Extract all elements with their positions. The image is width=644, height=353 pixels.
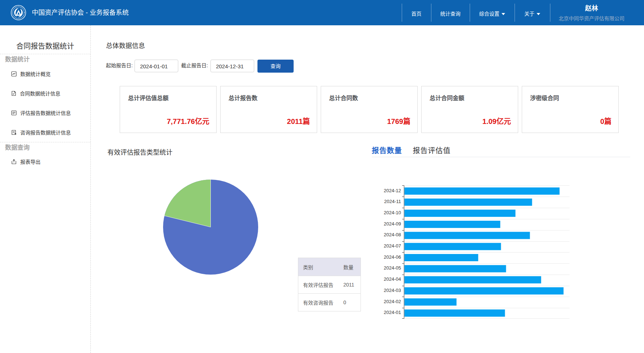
svg-text:2024-10: 2024-10 <box>384 210 401 215</box>
svg-text:2024-12: 2024-12 <box>384 188 401 193</box>
svg-text:2024-04: 2024-04 <box>384 276 401 282</box>
svg-text:2024-02: 2024-02 <box>384 299 401 304</box>
svg-text:2024-08: 2024-08 <box>384 232 401 237</box>
svg-text:2024-11: 2024-11 <box>384 199 401 204</box>
svg-text:2024-06: 2024-06 <box>384 254 401 260</box>
svg-text:2024-05: 2024-05 <box>384 265 401 271</box>
svg-text:2024-09: 2024-09 <box>384 221 401 227</box>
svg-text:2024-07: 2024-07 <box>384 243 401 249</box>
svg-text:2024-01: 2024-01 <box>384 310 401 315</box>
svg-text:2024-03: 2024-03 <box>384 288 401 293</box>
